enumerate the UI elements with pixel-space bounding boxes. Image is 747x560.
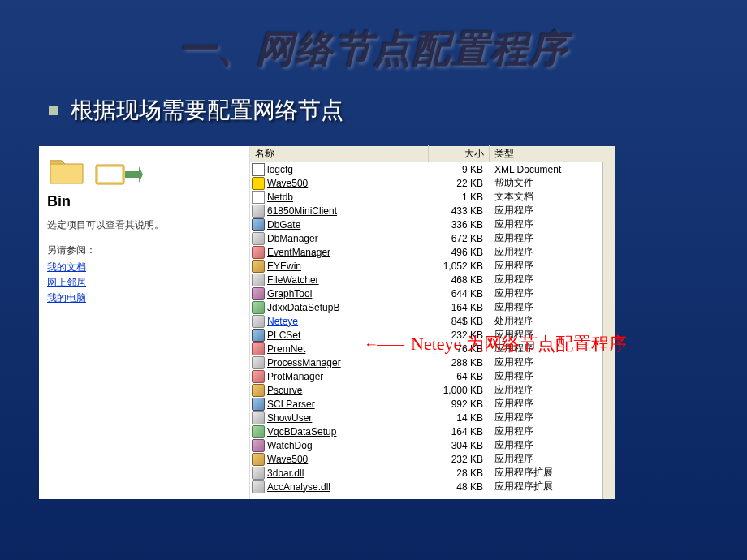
file-icon bbox=[252, 287, 265, 300]
file-name[interactable]: ProtManager bbox=[267, 371, 323, 382]
file-name[interactable]: Wave500 bbox=[267, 454, 308, 465]
file-row[interactable]: Wave500232 KB应用程序 bbox=[250, 452, 615, 466]
file-row[interactable]: GraphTool644 KB应用程序 bbox=[250, 286, 615, 300]
file-icon bbox=[252, 411, 265, 424]
file-row[interactable]: DbManager672 KB应用程序 bbox=[250, 231, 615, 245]
file-type: 文本文档 bbox=[490, 190, 615, 204]
file-row[interactable]: JdxxDataSetupB164 KB应用程序 bbox=[250, 300, 615, 314]
file-row[interactable]: ShowUser14 KB应用程序 bbox=[250, 411, 615, 424]
file-name[interactable]: PremNet bbox=[267, 343, 305, 355]
file-name[interactable]: FileWatcher bbox=[267, 274, 319, 286]
file-name[interactable]: WatchDog bbox=[267, 440, 313, 451]
file-row[interactable]: ProcessManager288 KB应用程序 bbox=[250, 355, 615, 369]
file-row[interactable]: Netdb1 KB文本文档 bbox=[250, 190, 615, 204]
explorer-screenshot: Bin 选定项目可以查看其说明。 另请参阅： 我的文档 网上邻居 我的电脑 名称… bbox=[39, 146, 615, 499]
file-size: 1,052 KB bbox=[429, 261, 490, 272]
file-size: 9 KB bbox=[429, 164, 490, 175]
file-row[interactable]: VqcBDataSetup164 KB应用程序 bbox=[250, 424, 615, 438]
file-row[interactable]: logcfg9 KBXML Document bbox=[250, 162, 615, 176]
header-type[interactable]: 类型 bbox=[490, 145, 615, 162]
file-name[interactable]: SCLParser bbox=[267, 398, 315, 410]
file-icon bbox=[252, 398, 265, 411]
file-size: 496 KB bbox=[429, 247, 490, 258]
file-type: 应用程序 bbox=[490, 355, 615, 369]
file-name[interactable]: AccAnalyse.dll bbox=[267, 481, 330, 493]
file-icon bbox=[252, 425, 265, 438]
file-row[interactable]: 61850MiniClient433 KB应用程序 bbox=[250, 204, 615, 218]
file-name[interactable]: DbGate bbox=[267, 219, 300, 230]
file-size: 48 KB bbox=[429, 481, 490, 493]
file-size: 1,000 KB bbox=[429, 385, 490, 396]
file-type: 应用程序扩展 bbox=[490, 480, 615, 493]
header-size[interactable]: 大小 bbox=[429, 145, 490, 162]
file-icon bbox=[252, 384, 265, 397]
file-name[interactable]: Pscurve bbox=[267, 385, 302, 396]
file-icon bbox=[252, 370, 265, 383]
link-my-documents[interactable]: 我的文档 bbox=[47, 261, 241, 274]
file-icon bbox=[252, 232, 265, 245]
folder-description: 选定项目可以查看其说明。 bbox=[47, 218, 241, 232]
file-name[interactable]: DbManager bbox=[267, 233, 318, 244]
file-icon bbox=[252, 163, 265, 176]
file-row[interactable]: ProtManager64 KB应用程序 bbox=[250, 369, 615, 383]
annotation-text: Neteye 为网络节点配置程序 bbox=[411, 332, 627, 356]
file-row[interactable]: FileWatcher468 KB应用程序 bbox=[250, 273, 615, 286]
file-icon bbox=[252, 191, 265, 204]
also-see-label: 另请参阅： bbox=[47, 243, 241, 257]
file-name[interactable]: Netdb bbox=[267, 192, 293, 203]
file-size: 644 KB bbox=[429, 288, 490, 299]
file-name[interactable]: logcfg bbox=[267, 164, 293, 175]
file-name[interactable]: ShowUser bbox=[267, 412, 312, 424]
folder-icon bbox=[47, 153, 86, 187]
file-icon bbox=[252, 439, 265, 452]
file-type: 应用程序 bbox=[490, 286, 615, 300]
file-size: 468 KB bbox=[429, 274, 490, 286]
file-row[interactable]: EYEwin1,052 KB应用程序 bbox=[250, 259, 615, 273]
file-icon bbox=[252, 356, 265, 369]
file-name[interactable]: 61850MiniClient bbox=[267, 205, 337, 217]
file-name[interactable]: EYEwin bbox=[267, 261, 301, 272]
file-row[interactable]: 3dbar.dll28 KB应用程序扩展 bbox=[250, 466, 615, 480]
file-row[interactable]: WatchDog304 KB应用程序 bbox=[250, 438, 615, 452]
file-size: 433 KB bbox=[429, 205, 490, 217]
file-row[interactable]: Wave50022 KB帮助文件 bbox=[250, 176, 615, 190]
file-name[interactable]: VqcBDataSetup bbox=[267, 426, 336, 437]
file-icon bbox=[252, 315, 265, 328]
file-row[interactable]: Pscurve1,000 KB应用程序 bbox=[250, 383, 615, 397]
file-name[interactable]: 3dbar.dll bbox=[267, 467, 304, 479]
file-row[interactable]: AccAnalyse.dll48 KB应用程序扩展 bbox=[250, 480, 615, 493]
file-name[interactable]: EventManager bbox=[267, 247, 330, 258]
file-name[interactable]: PLCSet bbox=[267, 330, 300, 341]
link-my-computer[interactable]: 我的电脑 bbox=[47, 291, 241, 305]
file-type: 应用程序 bbox=[490, 273, 615, 286]
file-row[interactable]: EventManager496 KB应用程序 bbox=[250, 245, 615, 259]
file-row[interactable]: DbGate336 KB应用程序 bbox=[250, 218, 615, 231]
file-row[interactable]: SCLParser992 KB应用程序 bbox=[250, 397, 615, 411]
slide-title: 一、网络节点配置程序 bbox=[0, 0, 747, 95]
file-icon bbox=[252, 480, 265, 493]
file-icon bbox=[252, 246, 265, 259]
file-type: 应用程序 bbox=[490, 397, 615, 411]
link-network-neighborhood[interactable]: 网上邻居 bbox=[47, 276, 241, 290]
file-type: 应用程序 bbox=[490, 300, 615, 314]
file-type: 应用程序 bbox=[490, 424, 615, 438]
header-name[interactable]: 名称 bbox=[250, 145, 429, 162]
scrollbar[interactable] bbox=[602, 162, 615, 499]
file-type: 处用程序 bbox=[490, 314, 615, 328]
file-name[interactable]: JdxxDataSetupB bbox=[267, 302, 339, 313]
file-row[interactable]: Neteye84$ KB处用程序 bbox=[250, 314, 615, 328]
file-size: 22 KB bbox=[429, 178, 490, 189]
file-name[interactable]: GraphTool bbox=[267, 288, 312, 299]
file-type: 应用程序 bbox=[490, 245, 615, 259]
file-type: 应用程序 bbox=[490, 259, 615, 273]
file-list-area: 名称 大小 类型 logcfg9 KBXML DocumentWave50022… bbox=[250, 146, 615, 499]
file-name[interactable]: Wave500 bbox=[267, 178, 308, 189]
file-type: 应用程序 bbox=[490, 369, 615, 383]
file-name[interactable]: Neteye bbox=[267, 316, 298, 327]
file-name[interactable]: ProcessManager bbox=[267, 357, 341, 368]
file-type: 应用程序 bbox=[490, 383, 615, 397]
file-type: 应用程序 bbox=[490, 204, 615, 218]
file-icon bbox=[252, 453, 265, 466]
neteye-annotation: ←—— Neteye 为网络节点配置程序 bbox=[364, 332, 627, 356]
file-type: 应用程序 bbox=[490, 411, 615, 424]
